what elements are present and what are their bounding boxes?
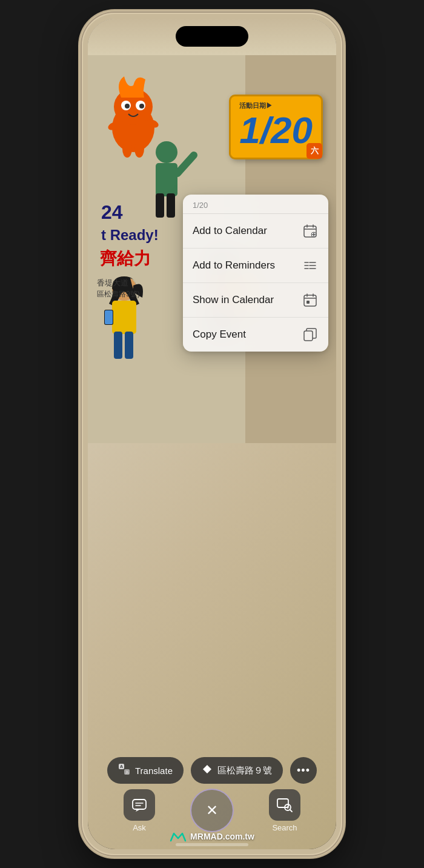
svg-rect-33 [125,332,133,359]
reminders-icon [302,257,319,274]
more-button[interactable]: ••• [290,757,317,784]
svg-rect-29 [112,301,136,334]
svg-text:24: 24 [101,201,123,223]
svg-point-12 [134,141,144,158]
search-icon-box[interactable] [269,789,300,821]
banner-day: 六 [306,143,322,159]
watermark: MRMAD.com.tw [88,831,336,842]
calendar-show-icon [302,292,319,309]
search-action[interactable]: Search [269,789,300,832]
location-button[interactable]: 區松壽路９號 [191,757,283,784]
svg-text:t Ready!: t Ready! [101,227,159,243]
svg-rect-57 [304,331,313,341]
search-icon [276,796,293,813]
svg-rect-17 [167,193,175,218]
translate-button[interactable]: A あ Translate [107,757,184,784]
home-indicator [176,843,248,846]
mrmad-logo-icon [170,831,187,842]
svg-rect-62 [133,800,146,809]
svg-text:齊給力: 齊給力 [100,249,151,268]
context-menu: 1/20 Add to Calendar [183,195,328,352]
ask-action[interactable]: Ask [124,789,155,832]
ask-icon-box[interactable] [124,789,155,821]
svg-text:香堤大道: 香堤大道 [97,278,128,287]
menu-item-copy-event[interactable]: Copy Event [183,318,328,352]
close-button[interactable]: ✕ [190,789,234,832]
svg-rect-31 [105,310,113,324]
translate-icon: A あ [118,763,130,778]
bottom-actions-bar: Ask ✕ Search [88,789,336,832]
date-banner: 活動日期▶ 1/20 六 [229,95,323,159]
dynamic-island [176,26,248,47]
close-icon: ✕ [206,802,218,819]
menu-item-add-to-calendar[interactable]: Add to Calendar [183,214,328,249]
context-menu-header: 1/20 [183,195,328,213]
screen-background: 緊急 救援包 [88,19,336,849]
ask-icon [131,796,148,813]
menu-item-add-to-reminders[interactable]: Add to Reminders [183,249,328,283]
bottom-toolbar: A あ Translate 區松壽路９號 ••• [88,757,336,784]
svg-rect-32 [114,332,122,359]
banner-date: 1/20 [239,112,313,149]
location-icon [202,764,213,777]
ellipsis-icon: ••• [297,764,310,777]
svg-point-8 [139,104,144,109]
svg-rect-65 [277,799,288,807]
svg-point-13 [156,141,177,163]
svg-point-11 [122,141,132,158]
svg-text:區松壽路9號): 區松壽路9號) [97,290,140,298]
menu-item-show-in-calendar[interactable]: Show in Calendar [183,283,328,318]
svg-rect-52 [304,295,316,306]
copy-icon [302,326,319,343]
calendar-add-icon [302,222,319,239]
svg-rect-16 [156,193,164,218]
svg-rect-14 [156,163,177,196]
svg-point-6 [125,104,130,109]
phone-frame: 緊急 救援包 [82,13,342,855]
svg-rect-56 [306,301,310,304]
phone-screen: 緊急 救援包 [88,19,336,849]
svg-text:A: A [120,764,123,769]
svg-text:あ: あ [125,770,129,775]
svg-line-67 [290,810,292,812]
